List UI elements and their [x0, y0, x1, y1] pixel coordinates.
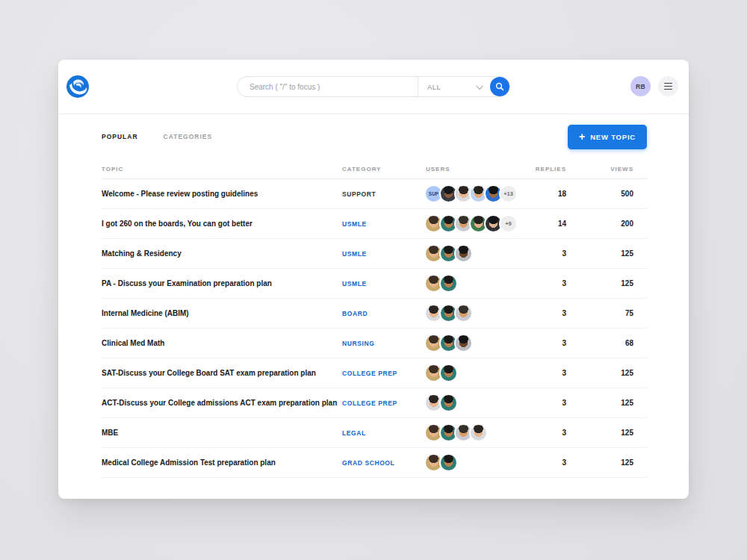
user-photo-avatar[interactable] [441, 425, 456, 441]
category-tag[interactable]: LEGAL [342, 429, 426, 437]
toolbar: POPULAR CATEGORIES + NEW TOPIC [58, 114, 689, 159]
topic-row[interactable]: I got 260 on the boards, You can got bet… [102, 209, 647, 239]
topic-row[interactable]: Clinical Med Math NURSING 3 68 [102, 329, 647, 358]
user-photo-avatar[interactable] [426, 216, 441, 231]
replies-count: 3 [512, 369, 580, 377]
topic-row[interactable]: SAT-Discuss your College Board SAT exam … [102, 358, 647, 388]
user-photo-avatar[interactable] [456, 246, 471, 261]
topic-row[interactable]: ACT-Discuss your College admissions ACT … [102, 388, 647, 418]
topic-title[interactable]: I got 260 on the boards, You can got bet… [102, 220, 342, 228]
user-photo-avatar[interactable] [441, 455, 456, 470]
topic-title[interactable]: Welcome - Please review posting guidelin… [102, 190, 342, 198]
app-header: ALL RB [58, 60, 689, 114]
forum-logo-icon[interactable] [66, 75, 89, 98]
category-tag[interactable]: BOARD [342, 310, 426, 317]
category-tag[interactable]: NURSING [342, 340, 426, 347]
user-photo-avatar[interactable] [426, 246, 441, 261]
topic-title[interactable]: Matching & Residency [102, 249, 342, 258]
topic-row[interactable]: Welcome - Please review posting guidelin… [102, 179, 647, 209]
topic-row[interactable]: Medical College Admission Test preparati… [102, 448, 647, 478]
new-topic-label: NEW TOPIC [590, 133, 636, 141]
views-count: 125 [580, 369, 647, 377]
replies-count: 18 [512, 190, 580, 198]
new-topic-button[interactable]: + NEW TOPIC [568, 125, 647, 149]
replies-count: 3 [512, 339, 580, 347]
menu-button[interactable] [658, 76, 678, 96]
user-photo-avatar[interactable] [471, 425, 486, 441]
user-photo-avatar[interactable] [441, 335, 456, 351]
user-avatar-badge[interactable]: RB [630, 76, 651, 96]
topic-title[interactable]: Clinical Med Math [102, 339, 342, 347]
category-tag[interactable]: USMLE [342, 280, 426, 287]
user-photo-avatar[interactable] [471, 186, 486, 202]
users-cell [426, 455, 512, 470]
user-photo-avatar[interactable] [426, 305, 441, 321]
tab-categories[interactable]: CATEGORIES [164, 133, 213, 140]
search-bar: ALL [237, 76, 510, 97]
search-input[interactable] [238, 78, 418, 96]
topic-title[interactable]: SAT-Discuss your College Board SAT exam … [102, 369, 342, 377]
category-tag[interactable]: COLLEGE PREP [342, 370, 426, 377]
category-tag[interactable]: USMLE [342, 220, 426, 228]
user-photo-avatar[interactable] [486, 186, 501, 202]
user-photo-avatar[interactable] [456, 335, 471, 351]
replies-count: 3 [512, 279, 580, 287]
topic-title[interactable]: Medical College Admission Test preparati… [102, 458, 342, 467]
views-count: 125 [580, 249, 647, 258]
replies-count: 3 [512, 309, 580, 317]
tab-popular[interactable]: POPULAR [102, 133, 138, 140]
user-photo-avatar[interactable] [456, 186, 471, 202]
category-tag[interactable]: SUPPORT [342, 190, 426, 198]
user-photo-avatar[interactable] [426, 425, 441, 441]
search-button[interactable] [490, 77, 509, 96]
user-photo-avatar[interactable] [456, 305, 471, 321]
replies-count: 3 [512, 429, 580, 437]
user-photo-avatar[interactable] [441, 276, 456, 291]
topic-row[interactable]: Internal Medicine (ABIM) BOARD 3 75 [102, 299, 647, 329]
users-cell [426, 305, 512, 321]
topic-title[interactable]: ACT-Discuss your College admissions ACT … [102, 399, 342, 407]
replies-count: 14 [512, 220, 580, 228]
views-count: 200 [580, 220, 647, 228]
views-count: 125 [580, 279, 647, 287]
search-filter-dropdown[interactable]: ALL [418, 77, 490, 96]
user-photo-avatar[interactable] [426, 335, 441, 351]
user-photo-avatar[interactable] [456, 216, 471, 231]
topic-row[interactable]: PA - Discuss your Examination preparatio… [102, 269, 647, 299]
topic-title[interactable]: MBE [102, 429, 342, 437]
category-tag[interactable]: GRAD SCHOOL [342, 459, 426, 467]
user-photo-avatar[interactable] [426, 455, 441, 470]
plus-icon: + [579, 131, 585, 142]
topic-row[interactable]: MBE LEGAL 3 125 [102, 418, 647, 448]
users-cell: +9 [426, 216, 512, 231]
user-photo-avatar[interactable] [486, 216, 501, 231]
replies-count: 3 [512, 458, 580, 467]
group-badge-avatar[interactable]: SUP [426, 186, 441, 202]
column-topic: TOPIC [102, 166, 342, 172]
user-photo-avatar[interactable] [441, 395, 456, 411]
user-photo-avatar[interactable] [426, 395, 441, 411]
user-photo-avatar[interactable] [426, 365, 441, 381]
topic-title[interactable]: Internal Medicine (ABIM) [102, 309, 342, 317]
category-tag[interactable]: USMLE [342, 250, 426, 258]
user-photo-avatar[interactable] [471, 216, 486, 231]
user-photo-avatar[interactable] [441, 365, 456, 381]
user-photo-avatar[interactable] [441, 186, 456, 202]
user-photo-avatar[interactable] [441, 246, 456, 261]
users-cell [426, 246, 512, 261]
user-photo-avatar[interactable] [426, 276, 441, 291]
users-cell [426, 425, 512, 441]
user-photo-avatar[interactable] [456, 425, 471, 441]
topic-row[interactable]: Matching & Residency USMLE 3 125 [102, 239, 647, 269]
topic-title[interactable]: PA - Discuss your Examination preparatio… [102, 279, 342, 287]
users-cell [426, 395, 512, 411]
category-tag[interactable]: COLLEGE PREP [342, 399, 426, 407]
users-cell [426, 335, 512, 351]
user-photo-avatar[interactable] [441, 305, 456, 321]
views-count: 75 [580, 309, 647, 317]
views-count: 68 [580, 339, 647, 347]
column-replies: REPLIES [512, 166, 580, 172]
views-count: 125 [580, 399, 647, 407]
column-users: USERS [426, 166, 512, 172]
user-photo-avatar[interactable] [441, 216, 456, 231]
